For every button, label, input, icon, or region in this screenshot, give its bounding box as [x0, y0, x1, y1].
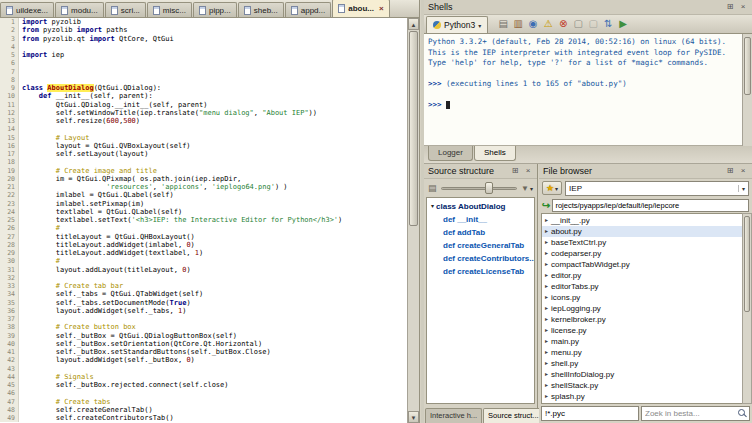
file-list-item[interactable]: ▸baseTextCtrl.py: [542, 237, 742, 248]
project-selector[interactable]: IEP ▾: [565, 181, 749, 196]
expander-icon[interactable]: ▸: [545, 358, 548, 369]
shell-menu-icon[interactable]: ▤: [496, 17, 510, 31]
expander-icon[interactable]: ▸: [545, 380, 548, 391]
editor-vscrollbar[interactable]: ▲ ▼: [407, 18, 419, 423]
edit-shell-icon[interactable]: ▥: [511, 17, 525, 31]
expander-icon[interactable]: ▸: [545, 325, 548, 336]
chevron-down-icon[interactable]: ▾: [478, 22, 481, 29]
code-line: 46: [0, 389, 407, 397]
close-tab-icon[interactable]: ×: [379, 4, 384, 13]
structure-item[interactable]: def createGeneralTab: [427, 239, 534, 252]
expander-icon[interactable]: ▸: [545, 237, 548, 248]
file-list-scrollbar[interactable]: [742, 213, 752, 404]
expander-icon[interactable]: ▾: [431, 200, 434, 213]
file-list-item[interactable]: ▸iepLogging.py: [542, 303, 742, 314]
dock-close-icon[interactable]: ×: [738, 166, 748, 176]
code-editor[interactable]: 1import pyzolib2from pyzolib import path…: [0, 18, 407, 423]
expander-icon[interactable]: ▸: [545, 259, 548, 270]
filename-filter-input[interactable]: [541, 406, 639, 421]
structure-item[interactable]: def __init__: [427, 213, 534, 226]
file-list-item[interactable]: ▸compactTabWidget.py: [542, 259, 742, 270]
doc2-icon[interactable]: ▢: [586, 17, 600, 31]
editor-tab[interactable]: modu...: [55, 2, 104, 17]
filter-funnel-icon[interactable]: ▼ ▾: [521, 184, 533, 193]
shell-scrollbar[interactable]: [742, 34, 752, 146]
file-list-item[interactable]: ▸icons.py: [542, 292, 742, 303]
structure-item[interactable]: ▾class AboutDialog: [427, 200, 534, 213]
dock-close-icon[interactable]: ×: [738, 2, 748, 12]
shell-dock-tab[interactable]: Shells: [474, 146, 516, 161]
expander-icon[interactable]: ▸: [545, 303, 548, 314]
dock-float-icon[interactable]: ⊞: [725, 166, 735, 176]
shell-scrollbar-thumb[interactable]: [744, 37, 751, 95]
file-list-item[interactable]: ▸__init__.py: [542, 215, 742, 226]
file-list-item[interactable]: ▸editorTabs.py: [542, 281, 742, 292]
shell-output[interactable]: Python 3.3.2+ (default, Feb 28 2014, 00:…: [424, 34, 752, 146]
run-icon[interactable]: ▶: [616, 17, 630, 31]
file-list-item[interactable]: ▸editor.py: [542, 270, 742, 281]
file-list-item[interactable]: ▸codeparser.py: [542, 248, 742, 259]
file-list-item[interactable]: ▸about.py: [542, 226, 742, 237]
expander-icon[interactable]: ▸: [545, 281, 548, 292]
dock-close-icon[interactable]: ×: [523, 166, 533, 176]
file-browser-titlebar[interactable]: File browser ⊞ ×: [539, 164, 752, 179]
expander-icon[interactable]: ▸: [545, 369, 548, 380]
expander-icon[interactable]: ▸: [545, 270, 548, 281]
file-list-item[interactable]: ▸shell.py: [542, 358, 742, 369]
file-list[interactable]: ▸__init__.py▸about.py▸baseTextCtrl.py▸co…: [541, 213, 742, 404]
dock-float-icon[interactable]: ⊞: [510, 166, 520, 176]
expander-icon[interactable]: ▸: [545, 347, 548, 358]
dock-float-icon[interactable]: ⊞: [725, 2, 735, 12]
file-list-item[interactable]: ▸main.py: [542, 336, 742, 347]
scroll-down-icon[interactable]: ▼: [408, 411, 419, 423]
info-shell-icon[interactable]: ◉: [526, 17, 540, 31]
structure-item[interactable]: def createContributors...: [427, 252, 534, 265]
file-list-item[interactable]: ▸splash.py: [542, 391, 742, 402]
scroll-up-icon[interactable]: ▲: [408, 18, 419, 30]
editor-tab[interactable]: appd...: [285, 2, 331, 17]
file-list-item[interactable]: ▸shellStack.py: [542, 380, 742, 391]
shells-dock-titlebar[interactable]: Shells ⊞ ×: [424, 0, 752, 15]
expander-icon[interactable]: ▸: [545, 292, 548, 303]
file-list-item[interactable]: ▸kernelbroker.py: [542, 314, 742, 325]
source-structure-titlebar[interactable]: Source structure ⊞ ×: [424, 164, 537, 179]
editor-tab[interactable]: sheb...: [238, 2, 284, 17]
shell-dock-tab[interactable]: Logger: [428, 146, 473, 161]
editor-tab[interactable]: uildexe...: [0, 2, 54, 17]
structure-item[interactable]: def createLicenseTab: [427, 265, 534, 278]
source-structure-panel: Source structure ⊞ × ▤ ▼ ▾: [424, 164, 538, 423]
doc-icon[interactable]: ▢: [571, 17, 585, 31]
file-name: __init__.py: [551, 215, 590, 226]
editor-tab[interactable]: misc...: [147, 2, 192, 17]
file-list-item[interactable]: ▸shellInfoDialog.py: [542, 369, 742, 380]
left-dock-tab[interactable]: Interactive h...: [425, 408, 482, 423]
go-to-path-icon[interactable]: ↪: [542, 200, 550, 211]
bookmarks-button[interactable]: ★ ▾: [542, 181, 562, 195]
shell-tab-python3[interactable]: Python3 ▾: [426, 16, 488, 33]
expander-icon[interactable]: ▸: [545, 248, 548, 259]
expander-icon[interactable]: ▸: [545, 314, 548, 325]
editor-tab[interactable]: scri...: [105, 2, 146, 17]
expander-icon[interactable]: ▸: [545, 391, 548, 402]
source-structure-tree[interactable]: ▾class AboutDialogdef __init__def addTab…: [426, 197, 535, 404]
terminate-shell-icon[interactable]: ⊗: [556, 17, 570, 31]
file-list-item[interactable]: ▸menu.py: [542, 347, 742, 358]
path-input[interactable]: [552, 199, 749, 212]
structure-item[interactable]: def addTab: [427, 226, 534, 239]
depth-slider[interactable]: [441, 182, 518, 194]
code-line: 48 self.createGeneralTab(): [0, 406, 407, 414]
warning-icon[interactable]: ⚠: [541, 17, 555, 31]
scroll-updown-icon[interactable]: ⇅: [601, 17, 615, 31]
slider-handle[interactable]: [485, 182, 493, 194]
search-in-files-input[interactable]: [641, 406, 750, 421]
expander-icon[interactable]: ▸: [545, 226, 548, 237]
editor-tab[interactable]: pipp...: [193, 2, 237, 17]
file-list-scrollbar-thumb[interactable]: [744, 216, 750, 312]
left-dock-tab[interactable]: Source struct...: [483, 408, 543, 423]
editor-scrollbar-thumb[interactable]: [409, 31, 418, 226]
editor-tab[interactable]: abou...×: [332, 0, 389, 17]
expander-icon[interactable]: ▸: [545, 336, 548, 347]
file-list-item[interactable]: ▸license.py: [542, 325, 742, 336]
expander-icon[interactable]: ▸: [545, 215, 548, 226]
line-number: 25: [0, 216, 19, 224]
